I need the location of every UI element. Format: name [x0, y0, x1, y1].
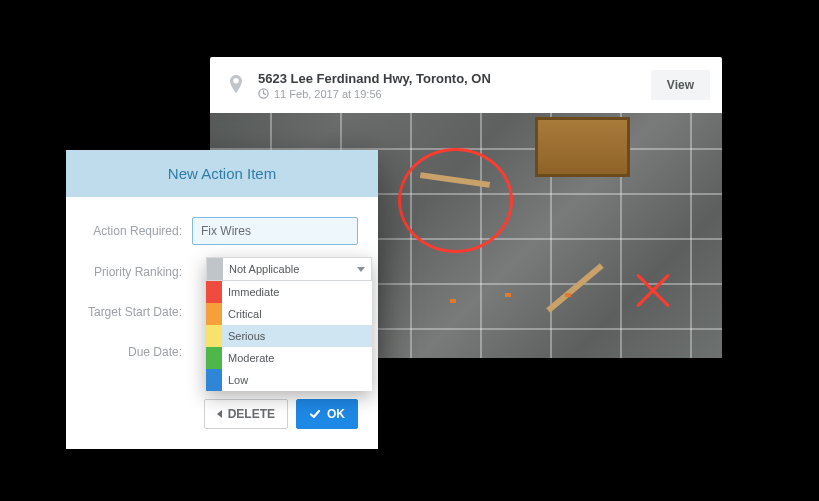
photo-timestamp: 11 Feb, 2017 at 19:56 [274, 88, 382, 100]
check-icon [309, 408, 321, 420]
ok-button-label: OK [327, 407, 345, 421]
priority-option-immediate[interactable]: Immediate [206, 281, 372, 303]
modal-footer: DELETE OK [66, 383, 378, 449]
label-target-start: Target Start Date: [80, 305, 192, 319]
photo-card-header: 5623 Lee Ferdinand Hwy, Toronto, ON 11 F… [210, 57, 722, 113]
swatch-icon [206, 303, 222, 325]
label-due-date: Due Date: [80, 345, 192, 359]
chevron-left-icon [217, 410, 222, 418]
delete-button[interactable]: DELETE [204, 399, 288, 429]
svg-line-2 [264, 94, 266, 95]
option-label: Serious [228, 330, 265, 342]
plank [546, 263, 603, 313]
priority-dropdown[interactable]: Not Applicable Immediate Critical Seriou… [206, 257, 372, 391]
annotation-x [630, 268, 675, 313]
view-button[interactable]: View [651, 70, 710, 100]
action-required-input[interactable] [192, 217, 358, 245]
clock-icon [258, 88, 269, 99]
option-label: Low [228, 374, 248, 386]
delete-button-label: DELETE [228, 407, 275, 421]
swatch-icon [206, 369, 222, 391]
label-priority-ranking: Priority Ranking: [80, 265, 192, 279]
swatch-icon [207, 258, 223, 280]
priority-option-serious[interactable]: Serious [206, 325, 372, 347]
label-action-required: Action Required: [80, 224, 192, 238]
chevron-down-icon [357, 267, 365, 272]
option-label: Immediate [228, 286, 279, 298]
modal-title: New Action Item [66, 150, 378, 197]
swatch-icon [206, 325, 222, 347]
swatch-icon [206, 347, 222, 369]
new-action-item-modal: New Action Item Action Required: Priorit… [66, 150, 378, 449]
option-label: Critical [228, 308, 262, 320]
crate [535, 117, 630, 177]
priority-option-critical[interactable]: Critical [206, 303, 372, 325]
photo-address: 5623 Lee Ferdinand Hwy, Toronto, ON [258, 71, 651, 86]
ok-button[interactable]: OK [296, 399, 358, 429]
swatch-icon [206, 281, 222, 303]
priority-option-low[interactable]: Low [206, 369, 372, 391]
option-label: Moderate [228, 352, 274, 364]
priority-option-moderate[interactable]: Moderate [206, 347, 372, 369]
modal-form: Action Required: Priority Ranking: Not A… [66, 197, 378, 383]
priority-selected-label: Not Applicable [223, 263, 357, 275]
photo-timestamp-row: 11 Feb, 2017 at 19:56 [258, 88, 651, 100]
map-pin-icon [218, 67, 254, 103]
priority-dropdown-selected[interactable]: Not Applicable [206, 257, 372, 281]
annotation-circle [398, 148, 513, 253]
